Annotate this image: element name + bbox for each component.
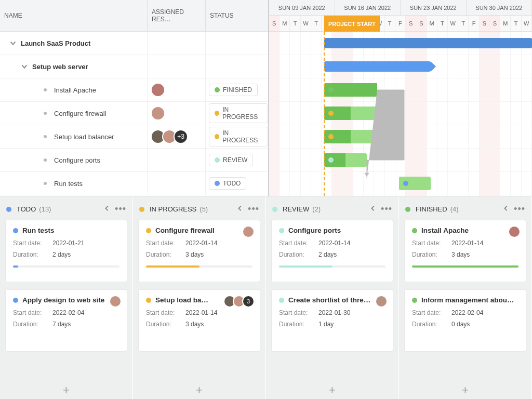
add-card-button[interactable]: + (266, 381, 398, 399)
card-title: Run tests (22, 227, 119, 234)
chevron-left-icon[interactable] (369, 205, 377, 214)
task-row[interactable]: Launch SaaS Product (0, 32, 268, 55)
task-row[interactable]: Setup load balancer+3IN PROGRESS (0, 125, 268, 149)
more-icon[interactable]: ••• (514, 204, 525, 215)
col-header-status[interactable]: STATUS (206, 0, 268, 31)
avatar[interactable] (375, 295, 388, 308)
status-pill[interactable]: TODO (209, 177, 246, 190)
avatar[interactable] (508, 225, 521, 238)
cards-list: Run testsStart date:2022-01-21Duration:2… (0, 220, 132, 381)
project-bar[interactable] (324, 38, 532, 48)
duration-label: Duration: (279, 321, 318, 328)
task-name: Configure firewall (54, 110, 106, 117)
task-row[interactable]: Configure firewallIN PROGRESS (0, 102, 268, 125)
avatar-overflow[interactable]: +3 (174, 129, 188, 144)
task-bar[interactable] (324, 107, 377, 120)
gantt-panel: NAME ASSIGNED RES… STATUS Launch SaaS Pr… (0, 0, 532, 196)
day-cell: F (395, 16, 406, 31)
kanban-card[interactable]: Configure portsStart date:2022-01-14Dura… (271, 220, 393, 282)
task-row[interactable]: Setup web server (0, 55, 268, 78)
start-label: Start date: (13, 240, 52, 247)
chevron-down-icon[interactable] (20, 62, 29, 71)
task-name: Setup load balancer (54, 133, 114, 141)
duration-value: 2 days (318, 251, 337, 258)
day-cell: T (437, 16, 448, 31)
avatar[interactable] (151, 83, 165, 97)
timeline-row (269, 125, 532, 149)
kanban-card[interactable]: 3Setup load ba…Start date:2022-01-14Dura… (138, 289, 260, 352)
timeline-row (269, 32, 532, 55)
add-card-button[interactable]: + (0, 381, 132, 399)
chevron-left-icon[interactable] (502, 205, 510, 214)
cards-list: Install ApacheStart date:2022-01-14Durat… (399, 220, 531, 381)
kanban-card[interactable]: Inform management abou…Start date:2022-0… (404, 289, 526, 352)
start-value: 2022-01-14 (451, 240, 483, 247)
day-cell: T (511, 16, 521, 31)
summary-bar[interactable] (324, 61, 431, 72)
kanban-card[interactable]: Create shortlist of thre…Start date:2022… (271, 289, 393, 352)
status-dot-icon (215, 87, 220, 92)
task-bar[interactable] (324, 153, 367, 167)
day-cell: T (458, 16, 469, 31)
day-cell: M (280, 16, 290, 31)
status-label: IN PROGRESS (222, 106, 262, 121)
status-pill[interactable]: IN PROGRESS (209, 127, 268, 147)
chevron-left-icon[interactable] (236, 205, 244, 214)
status-dot-icon (279, 298, 284, 303)
kanban-card[interactable]: Configure firewallStart date:2022-01-14D… (138, 220, 260, 282)
kanban-card[interactable]: Run testsStart date:2022-01-21Duration:2… (5, 220, 127, 282)
column-header: TODO(13)••• (0, 196, 132, 220)
bullet-icon (44, 182, 47, 185)
day-cell: F (469, 16, 479, 31)
status-dot-icon (272, 207, 277, 212)
avatar-overflow[interactable]: 3 (242, 295, 255, 308)
progress-bar (13, 265, 119, 268)
more-icon[interactable]: ••• (381, 204, 392, 215)
task-name: Setup web server (32, 63, 88, 71)
avatar[interactable] (151, 106, 165, 121)
more-icon[interactable]: ••• (115, 204, 126, 215)
chevron-left-icon[interactable] (103, 205, 111, 214)
task-bar[interactable] (399, 177, 431, 190)
status-dot-icon (405, 207, 410, 212)
duration-value: 3 days (451, 251, 470, 258)
task-bar[interactable] (324, 130, 377, 143)
status-pill[interactable]: REVIEW (209, 154, 253, 166)
avatar[interactable] (242, 225, 255, 238)
start-label: Start date: (13, 309, 52, 316)
day-cell: T (290, 16, 300, 31)
kanban-board: TODO(13)•••Run testsStart date:2022-01-2… (0, 196, 532, 399)
kanban-card[interactable]: Apply design to web siteStart date:2022-… (5, 289, 127, 352)
task-row[interactable]: Configure portsREVIEW (0, 149, 268, 172)
task-row[interactable]: Install ApacheFINISHED (0, 78, 268, 102)
more-icon[interactable]: ••• (248, 204, 259, 215)
task-bar[interactable] (324, 83, 377, 97)
column-count: (5) (200, 205, 208, 213)
status-pill[interactable]: FINISHED (209, 84, 258, 96)
status-dot-icon (139, 207, 144, 212)
task-table-header: NAME ASSIGNED RES… STATUS (0, 0, 268, 32)
timeline[interactable]: SUN 09 JAN 2022SUN 16 JAN 2022SUN 23 JAN… (269, 0, 532, 196)
add-card-button[interactable]: + (133, 381, 265, 399)
column-header: FINISHED(4)••• (399, 196, 531, 220)
day-cell: S (480, 16, 490, 31)
task-row[interactable]: Run testsTODO (0, 172, 268, 195)
card-title: Configure firewall (155, 227, 252, 234)
chevron-down-icon[interactable] (8, 38, 18, 48)
day-cell: W (522, 16, 532, 31)
column-title: FINISHED (416, 205, 447, 213)
col-header-name[interactable]: NAME (0, 0, 148, 31)
start-label: Start date: (412, 309, 451, 316)
add-card-button[interactable]: + (399, 381, 531, 399)
col-header-assigned[interactable]: ASSIGNED RES… (148, 0, 206, 31)
day-cell: S (269, 16, 280, 31)
duration-label: Duration: (412, 251, 451, 258)
status-dot-icon (412, 298, 417, 303)
avatar[interactable] (109, 295, 122, 308)
kanban-card[interactable]: Install ApacheStart date:2022-01-14Durat… (404, 220, 526, 282)
timeline-row (269, 78, 532, 102)
status-pill[interactable]: IN PROGRESS (209, 103, 268, 123)
start-value: 2022-01-14 (185, 240, 217, 247)
day-cell: S (416, 16, 427, 31)
day-cell: M (427, 16, 437, 31)
